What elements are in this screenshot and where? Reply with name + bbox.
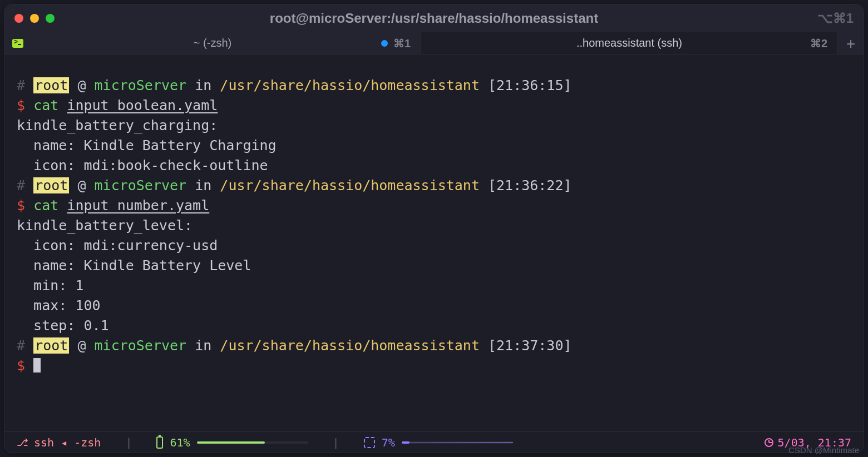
dirty-indicator-icon	[381, 40, 388, 47]
status-cpu: 7%	[364, 436, 513, 449]
terminal-output[interactable]: # root @ microServer in /usr/share/hassi…	[4, 54, 864, 431]
cpu-value: 7%	[382, 436, 395, 449]
titlebar: root@microServer:/usr/share/hassio/homea…	[4, 4, 864, 32]
status-bar: ⎇ ssh ◂ -zsh | 61% | 7% 5/03, 21:37	[4, 431, 864, 453]
tab-shortcut: ⌘1	[393, 37, 411, 50]
tab-ssh[interactable]: ..homeassistant (ssh) ⌘2	[421, 32, 838, 54]
tab-label: ~ (-zsh)	[194, 37, 231, 49]
close-icon[interactable]	[14, 14, 23, 23]
tab-shortcut: ⌘2	[810, 37, 827, 50]
maximize-icon[interactable]	[46, 14, 55, 23]
cpu-bar	[402, 441, 513, 444]
status-battery: 61%	[156, 436, 308, 449]
status-clock: 5/03, 21:37	[765, 436, 851, 449]
tab-bar: ~ (-zsh) ⌘1 ..homeassistant (ssh) ⌘2 +	[4, 32, 864, 54]
window-title: root@microServer:/usr/share/hassio/homea…	[4, 11, 864, 26]
terminal-icon	[12, 39, 23, 48]
separator: |	[125, 436, 132, 449]
plus-icon: +	[846, 35, 855, 52]
traffic-lights	[14, 14, 55, 23]
status-process-text: ssh ◂ -zsh	[34, 436, 101, 449]
battery-icon	[156, 436, 163, 449]
tab-zsh[interactable]: ~ (-zsh) ⌘1	[4, 32, 421, 54]
tab-label: ..homeassistant (ssh)	[576, 37, 682, 49]
terminal-window: root@microServer:/usr/share/hassio/homea…	[4, 4, 864, 453]
battery-bar	[197, 441, 308, 444]
title-shortcut: ⌥⌘1	[817, 11, 854, 26]
battery-value: 61%	[170, 436, 190, 449]
branch-icon: ⎇	[17, 436, 28, 448]
clock-value: 5/03, 21:37	[778, 436, 851, 449]
option-command-icon: ⌥⌘1	[817, 11, 854, 26]
status-process: ⎇ ssh ◂ -zsh	[17, 436, 101, 449]
clock-icon	[765, 438, 773, 447]
cpu-icon	[364, 437, 375, 448]
separator: |	[333, 436, 339, 449]
new-tab-button[interactable]: +	[838, 32, 864, 54]
minimize-icon[interactable]	[30, 14, 39, 23]
